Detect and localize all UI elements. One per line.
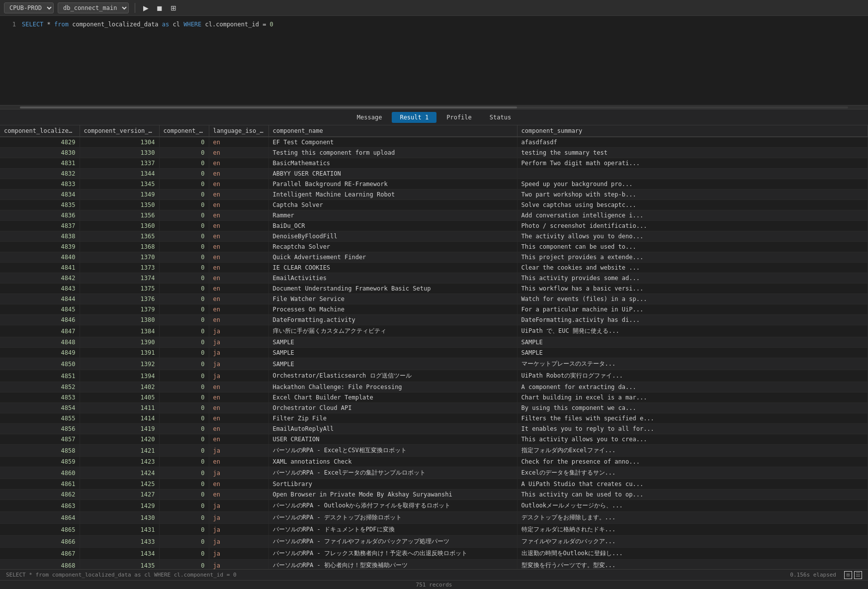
cell-summary: 指定フォルダ内のExcelファイ... xyxy=(517,445,868,457)
table-wrapper[interactable]: component_localized_data_id component_ve… xyxy=(0,125,868,569)
table-row[interactable]: 484313750enDocument Understanding Framew… xyxy=(0,284,868,294)
table-row[interactable]: 485914230enXAML annotations CheckCheck f… xyxy=(0,457,868,467)
connection-select-2[interactable]: db_connect_main xyxy=(58,2,129,13)
cell-name: EmailAutoReplyAll xyxy=(268,424,517,434)
cell-summary: Outlookメールメッセージから、... xyxy=(517,500,868,512)
cell-component-id: 0 xyxy=(159,221,209,231)
cell-id: 4856 xyxy=(0,424,80,434)
table-row[interactable]: 486114250enSortLibraryA UiPath Studio th… xyxy=(0,479,868,490)
cell-language: en xyxy=(209,158,268,169)
table-row[interactable]: 486414300jaバーソルのRPA - デスクトップお掃除ロボットデスクトッ… xyxy=(0,512,868,524)
cell-language: en xyxy=(209,169,268,179)
cell-id: 4831 xyxy=(0,158,80,169)
connection-select-1[interactable]: CPUB-PROD xyxy=(4,2,54,13)
tab-profile[interactable]: Profile xyxy=(438,112,480,123)
cell-component-id: 0 xyxy=(159,370,209,382)
table-body: 482913040enEF Test Componentafasdfasdf48… xyxy=(0,137,868,569)
col-header-comp: component_id xyxy=(159,125,209,137)
scrollbar-thumb[interactable] xyxy=(20,106,517,108)
table-row[interactable]: 484213740enEmailActivitiesThis activity … xyxy=(0,273,868,284)
cell-version: 1349 xyxy=(80,190,159,200)
cell-component-id: 0 xyxy=(159,434,209,445)
table-row[interactable]: 483413490enIntelligent Machine Learning … xyxy=(0,190,868,200)
stop-button[interactable]: ◼ xyxy=(155,3,165,13)
cell-summary: Clear the cookies and website ... xyxy=(517,263,868,273)
cell-component-id: 0 xyxy=(159,179,209,190)
cell-version: 1424 xyxy=(80,467,159,479)
table-row[interactable]: 483513500enCaptcha SolverSolve captchas … xyxy=(0,200,868,210)
cell-summary: A component for extracting da... xyxy=(517,382,868,393)
table-row[interactable]: 483713600enBaiDu_OCRPhoto / screenshot i… xyxy=(0,221,868,231)
cell-id: 4835 xyxy=(0,200,80,210)
tab-message[interactable]: Message xyxy=(349,112,390,123)
table-row[interactable]: 484013700enQuick Advertisement FinderThi… xyxy=(0,252,868,263)
cell-name: Quick Advertisement Finder xyxy=(268,252,517,263)
table-row[interactable]: 484413760enFile Watcher ServiceWatch for… xyxy=(0,294,868,304)
cell-name: EF Test Component xyxy=(268,137,517,148)
run-button[interactable]: ▶ xyxy=(141,3,151,13)
table-row[interactable]: 483813650enDenoiseByFloodFillThe activit… xyxy=(0,231,868,242)
table-row[interactable]: 483213440enABBYY USER CREATION xyxy=(0,169,868,179)
table-row[interactable]: 482913040enEF Test Componentafasdfasdf xyxy=(0,137,868,148)
table-row[interactable]: 486814350jaバーソルのRPA - 初心者向け！型変換補助パーツ型変換を… xyxy=(0,560,868,570)
table-row[interactable]: 483313450enParallel Background RE-Framew… xyxy=(0,179,868,190)
table-row[interactable]: 485814210jaバーソルのRPA - ExcelとCSV相互変換ロボット指… xyxy=(0,445,868,457)
table-row[interactable]: 486714340jaバーソルのRPA - フレックス動務者向け！予定表への出退… xyxy=(0,548,868,560)
table-row[interactable]: 485514140enFilter Zip FileFilters the fi… xyxy=(0,413,868,424)
sql-editor[interactable]: 1 SELECT * from component_localized_data… xyxy=(0,16,868,105)
cell-version: 1427 xyxy=(80,490,159,500)
table-row[interactable]: 483613560enRammerAdd conversation intell… xyxy=(0,210,868,221)
cell-name: Excel Chart Builder Template xyxy=(268,393,517,403)
table-row[interactable]: 483913680enRecaptcha SolverThis componen… xyxy=(0,242,868,252)
table-row[interactable]: 485414110enOrchestrator Cloud APIBy usin… xyxy=(0,403,868,413)
list-view-icon[interactable]: ☰ xyxy=(854,571,862,579)
cell-language: en xyxy=(209,393,268,403)
table-row[interactable]: 485714200enUSER CREATIONThis activity al… xyxy=(0,434,868,445)
table-row[interactable]: 486514310jaバーソルのRPA - ドキュメントをPDFに変換特定フォル… xyxy=(0,524,868,536)
tab-status[interactable]: Status xyxy=(482,112,519,123)
cell-summary: SAMPLE xyxy=(517,348,868,358)
cell-summary: By using this component we ca... xyxy=(517,403,868,413)
grid-view-icon[interactable]: ⊞ xyxy=(844,571,852,579)
table-row[interactable]: 484513790enProcesses On MachineFor a par… xyxy=(0,304,868,315)
cell-summary: Add conversation intelligence i... xyxy=(517,210,868,221)
table-row[interactable]: 485013920jaSAMPLEマーケットプレースのステータ... xyxy=(0,358,868,370)
cell-summary: Two part workshop with step-b... xyxy=(517,190,868,200)
table-row[interactable]: 484713840ja痒い所に手が届くカスタムアクティビティUiPath で、E… xyxy=(0,325,868,337)
cell-id: 4857 xyxy=(0,434,80,445)
cell-id: 4839 xyxy=(0,242,80,252)
cell-name: バーソルのRPA - フレックス動務者向け！予定表への出退反映ロボット xyxy=(268,548,517,560)
table-row[interactable]: 486014240jaバーソルのRPA - Excelデータの集計サンプルロボッ… xyxy=(0,467,868,479)
tab-result1[interactable]: Result 1 xyxy=(392,112,436,123)
table-row[interactable]: 484113730enIE CLEAR COOKIESClear the coo… xyxy=(0,263,868,273)
cell-component-id: 0 xyxy=(159,242,209,252)
cell-summary xyxy=(517,169,868,179)
cell-component-id: 0 xyxy=(159,393,209,403)
table-row[interactable]: 483113370enBasicMathematicsPerform Two d… xyxy=(0,158,868,169)
cell-id: 4832 xyxy=(0,169,80,179)
cell-id: 4866 xyxy=(0,536,80,548)
table-row[interactable]: 486314290jaバーソルのRPA - Outlookから添付ファイルを取得… xyxy=(0,500,868,512)
cell-language: en xyxy=(209,221,268,231)
grid-button[interactable]: ⊞ xyxy=(169,3,178,13)
table-row[interactable]: 483013300enTesting this component form u… xyxy=(0,148,868,158)
horizontal-scrollbar[interactable] xyxy=(0,105,868,109)
table-row[interactable]: 485314050enExcel Chart Builder TemplateC… xyxy=(0,393,868,403)
table-row[interactable]: 486614330jaバーソルのRPA - ファイルやフォルダのバックアップ処理… xyxy=(0,536,868,548)
table-row[interactable]: 485214020enHackathon Challenge: File Pro… xyxy=(0,382,868,393)
cell-component-id: 0 xyxy=(159,479,209,490)
cell-name: Processes On Machine xyxy=(268,304,517,315)
table-row[interactable]: 484913910jaSAMPLESAMPLE xyxy=(0,348,868,358)
table-row[interactable]: 484813900jaSAMPLESAMPLE xyxy=(0,337,868,348)
table-row[interactable]: 485614190enEmailAutoReplyAllIt enables y… xyxy=(0,424,868,434)
cell-version: 1368 xyxy=(80,242,159,252)
cell-language: en xyxy=(209,210,268,221)
table-row[interactable]: 486214270enOpen Browser in Private Mode … xyxy=(0,490,868,500)
cell-summary: This activity can be used to op... xyxy=(517,490,868,500)
cell-version: 1419 xyxy=(80,424,159,434)
cell-id: 4846 xyxy=(0,315,80,325)
table-row[interactable]: 484613800enDateFormatting.activityDateFo… xyxy=(0,315,868,325)
results-area: component_localized_data_id component_ve… xyxy=(0,125,868,569)
table-row[interactable]: 485113940jaOrchestrator/Elasticsearch ログ… xyxy=(0,370,868,382)
query-status: SELECT * from component_localized_data a… xyxy=(6,572,237,578)
